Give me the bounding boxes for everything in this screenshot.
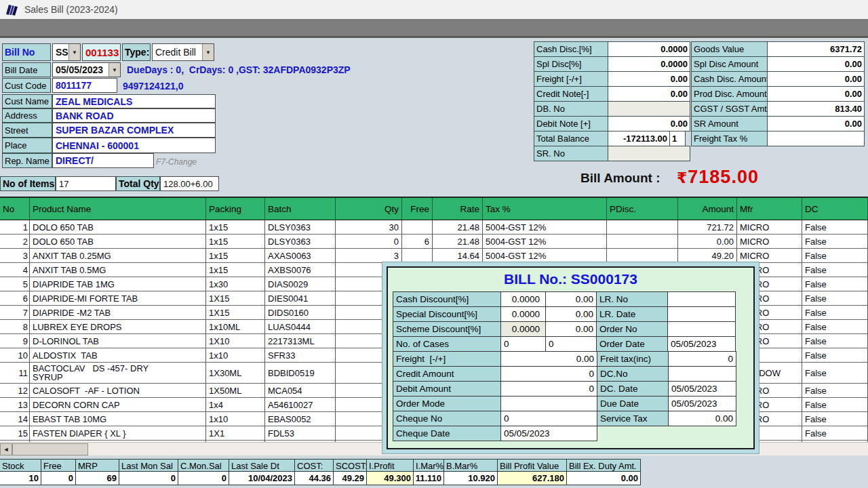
- cell-dc: False: [802, 291, 868, 305]
- cust-name-field[interactable]: ZEAL MEDICALS: [52, 94, 216, 108]
- bill-details-dialog: BILL No.: SS000173 Cash Discount[%]0.000…: [382, 262, 760, 454]
- dialog-row: Special Discount[%]0.00000.00LR. Date: [393, 306, 736, 322]
- summary-label: Cash Disc.[%]: [534, 41, 608, 57]
- dialog-value-field[interactable]: 0.0000: [500, 321, 546, 337]
- rep-name-field[interactable]: DIRECT/: [52, 153, 154, 168]
- dialog-value-field[interactable]: 0.0000: [500, 291, 546, 307]
- row-number: 15: [18, 428, 29, 439]
- dialog-value-field[interactable]: [667, 291, 736, 307]
- dialog-value-field[interactable]: 0.00: [500, 351, 597, 367]
- cell-packing: 1x10ML: [206, 320, 265, 333]
- cell-dc: False: [802, 306, 868, 319]
- cell-packing: 1x10: [206, 412, 265, 426]
- summary-value-field[interactable]: [608, 146, 690, 161]
- bill-no-label: Bill No: [2, 43, 51, 61]
- cell-amount: 0.00: [678, 235, 737, 248]
- dialog-value-field[interactable]: 0: [500, 366, 597, 382]
- cust-code-field[interactable]: 8011177: [52, 78, 117, 93]
- cell-product-name: DIAPRIDE -M2 TAB: [30, 306, 206, 319]
- table-row[interactable]: 2DOLO 650 TAB1x15DLSY03630621.485004-GST…: [0, 235, 868, 249]
- cell-packing: 1x10: [206, 348, 265, 362]
- summary-extra-field[interactable]: 1: [669, 131, 686, 146]
- summary-value-field[interactable]: [767, 131, 865, 146]
- summary-value-field[interactable]: [608, 101, 690, 117]
- dialog-value-field[interactable]: [668, 366, 736, 382]
- summary-value-field[interactable]: 0.00: [767, 71, 865, 87]
- chevron-down-icon[interactable]: ▼: [68, 44, 80, 60]
- cell-qty: 0: [336, 235, 402, 248]
- place-field[interactable]: CHENNAI - 600001: [52, 138, 216, 153]
- summary-value-field[interactable]: 0.00: [767, 56, 865, 72]
- dialog-value-field[interactable]: 0.00: [545, 321, 597, 337]
- cell-free: [402, 220, 433, 234]
- bill-number-field[interactable]: 001133: [82, 43, 121, 61]
- row-number: 13: [18, 400, 29, 410]
- dialog-value-field[interactable]: 0: [500, 381, 597, 396]
- dialog-row: Debit Amount0DC. Date05/05/2023: [393, 381, 736, 396]
- dialog-value-field[interactable]: 0.0000: [500, 306, 546, 322]
- bill-type-combo[interactable]: Credit Bill ▼: [152, 43, 214, 61]
- left-summary-row: Freight [-/+]0.00: [534, 71, 690, 87]
- dialog-value-field[interactable]: 0.00: [545, 306, 597, 322]
- dialog-value-field[interactable]: 0.00: [545, 291, 597, 307]
- summary-value-field[interactable]: 0.00: [608, 116, 690, 131]
- dialog-value-field[interactable]: 0.00: [668, 411, 736, 426]
- chevron-down-icon[interactable]: ▼: [108, 63, 120, 77]
- column-header-dc: DC: [802, 198, 868, 220]
- cell-qty: 3: [336, 249, 402, 262]
- cell-pdisc-: [607, 249, 678, 262]
- series-combo[interactable]: SS ▼: [52, 43, 81, 61]
- row-number: 10: [18, 350, 29, 361]
- dialog-value-field[interactable]: 05/05/2023: [668, 381, 736, 396]
- dialog-value-field[interactable]: 0: [668, 351, 736, 367]
- summary-value-field[interactable]: 0.00: [608, 71, 690, 87]
- dialog-label: Order Mode: [393, 396, 501, 411]
- bill-date-combo[interactable]: 05/05/2023 ▼: [52, 62, 121, 77]
- dialog-value-field[interactable]: [667, 306, 736, 322]
- column-header-product-name: Product Name: [30, 198, 206, 220]
- summary-value-field[interactable]: 0.00: [767, 116, 865, 131]
- dialog-value-field[interactable]: 05/05/2023: [668, 396, 736, 411]
- summary-value-field[interactable]: 813.40: [767, 101, 865, 117]
- dialog-label: Debit Amount: [393, 381, 501, 396]
- summary-label: Freight [-/+]: [534, 71, 608, 87]
- bottom-col-i-mar-: I.Mar%: [413, 459, 444, 472]
- cell-product-name: BACTOCLAV DS -457- DRY SYRUP: [30, 363, 206, 383]
- row-number: 4: [20, 265, 29, 275]
- dialog-value-field[interactable]: [667, 321, 736, 337]
- summary-label: Spl Disc Amount: [691, 56, 768, 72]
- row-number-cell: 3: [0, 249, 30, 262]
- dialog-value-field[interactable]: 0: [545, 336, 597, 352]
- dialog-value-field[interactable]: 0: [500, 336, 546, 352]
- table-row[interactable]: 3ANXIT TAB 0.25MG1x15AXAS0063314.645004-…: [0, 249, 868, 263]
- dialog-row: Cash Discount[%]0.00000.00LR. No: [393, 291, 736, 307]
- right-summary-row: Goods Value6371.72: [692, 41, 865, 57]
- summary-label: Prod Disc. Amount: [691, 86, 768, 102]
- dialog-value-field[interactable]: 05/05/2023: [667, 336, 736, 352]
- dialog-value-field[interactable]: [500, 396, 597, 411]
- summary-value-field[interactable]: 0.0000: [608, 41, 690, 57]
- customer-phone: 9497124121,0: [123, 81, 184, 92]
- scroll-left-button[interactable]: ◄: [0, 443, 12, 455]
- row-number-cell: 15: [0, 426, 30, 440]
- left-summary-row: Spl Disc[%]0.0000: [534, 56, 690, 72]
- summary-value-field[interactable]: -172113.00: [608, 131, 670, 146]
- cell-batch: EBAS0052: [265, 412, 336, 426]
- summary-value-field[interactable]: 0.00: [608, 86, 690, 102]
- summary-value-field[interactable]: 0.0000: [608, 56, 690, 72]
- dialog-value-field[interactable]: 05/05/2023: [500, 426, 597, 441]
- cell-product-name: LUBREX EYE DROPS: [30, 320, 206, 333]
- summary-value-field[interactable]: 0.00: [767, 86, 865, 102]
- summary-value-field[interactable]: 6371.72: [767, 41, 865, 57]
- column-header-pdisc-: PDisc.: [607, 198, 678, 220]
- no-of-items-label: No of Items: [0, 176, 56, 191]
- address-field[interactable]: BANK ROAD: [52, 108, 216, 123]
- cell-product-name: EBAST TAB 10MG: [30, 412, 206, 426]
- dialog-value-field[interactable]: 0: [500, 411, 597, 426]
- street-field[interactable]: SUPER BAZAR COMPLEX: [52, 123, 216, 138]
- scrollbar-thumb[interactable]: [12, 443, 88, 455]
- table-row[interactable]: 1DOLO 650 TAB1x15DLSY03633021.485004-GST…: [0, 220, 868, 235]
- left-summary-row: DB. No: [534, 101, 690, 117]
- due-gst-info: DueDays : 0, CrDays: 0 ,GST: 32AFDPA0932…: [127, 64, 351, 75]
- chevron-down-icon[interactable]: ▼: [202, 44, 214, 60]
